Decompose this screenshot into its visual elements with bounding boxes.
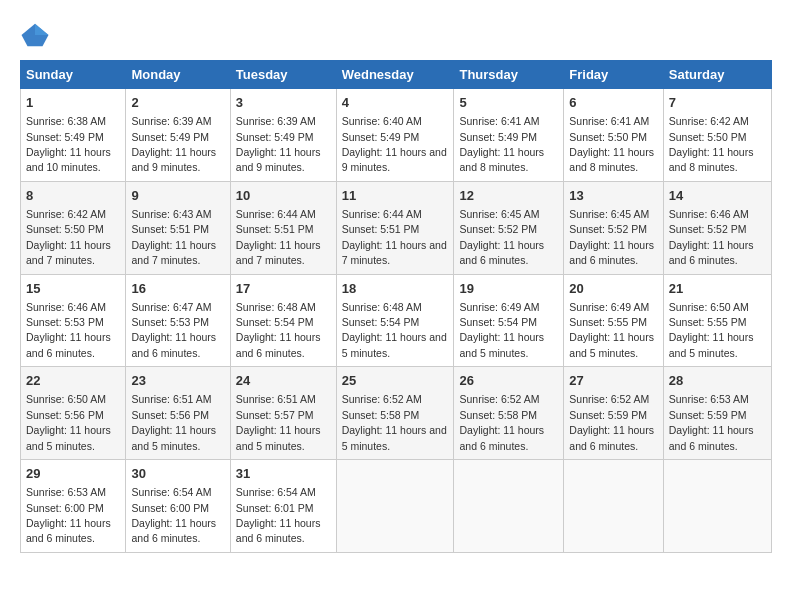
header-thursday: Thursday bbox=[454, 61, 564, 89]
calendar-cell: 2 Sunrise: 6:39 AMSunset: 5:49 PMDayligh… bbox=[126, 89, 230, 182]
day-number: 12 bbox=[459, 187, 558, 205]
calendar-cell: 18 Sunrise: 6:48 AMSunset: 5:54 PMDaylig… bbox=[336, 274, 454, 367]
calendar-cell: 9 Sunrise: 6:43 AMSunset: 5:51 PMDayligh… bbox=[126, 181, 230, 274]
calendar-table: SundayMondayTuesdayWednesdayThursdayFrid… bbox=[20, 60, 772, 553]
day-info: Sunrise: 6:53 AMSunset: 6:00 PMDaylight:… bbox=[26, 486, 111, 544]
calendar-cell: 10 Sunrise: 6:44 AMSunset: 5:51 PMDaylig… bbox=[230, 181, 336, 274]
header-tuesday: Tuesday bbox=[230, 61, 336, 89]
day-info: Sunrise: 6:46 AMSunset: 5:52 PMDaylight:… bbox=[669, 208, 754, 266]
day-info: Sunrise: 6:39 AMSunset: 5:49 PMDaylight:… bbox=[131, 115, 216, 173]
day-info: Sunrise: 6:52 AMSunset: 5:59 PMDaylight:… bbox=[569, 393, 654, 451]
day-number: 4 bbox=[342, 94, 449, 112]
week-row-2: 8 Sunrise: 6:42 AMSunset: 5:50 PMDayligh… bbox=[21, 181, 772, 274]
day-info: Sunrise: 6:46 AMSunset: 5:53 PMDaylight:… bbox=[26, 301, 111, 359]
day-info: Sunrise: 6:54 AMSunset: 6:00 PMDaylight:… bbox=[131, 486, 216, 544]
day-number: 29 bbox=[26, 465, 120, 483]
calendar-cell: 16 Sunrise: 6:47 AMSunset: 5:53 PMDaylig… bbox=[126, 274, 230, 367]
week-row-1: 1 Sunrise: 6:38 AMSunset: 5:49 PMDayligh… bbox=[21, 89, 772, 182]
day-info: Sunrise: 6:40 AMSunset: 5:49 PMDaylight:… bbox=[342, 115, 447, 173]
calendar-cell: 29 Sunrise: 6:53 AMSunset: 6:00 PMDaylig… bbox=[21, 460, 126, 553]
calendar-cell: 30 Sunrise: 6:54 AMSunset: 6:00 PMDaylig… bbox=[126, 460, 230, 553]
calendar-cell: 6 Sunrise: 6:41 AMSunset: 5:50 PMDayligh… bbox=[564, 89, 663, 182]
day-number: 2 bbox=[131, 94, 224, 112]
day-info: Sunrise: 6:44 AMSunset: 5:51 PMDaylight:… bbox=[342, 208, 447, 266]
calendar-cell: 15 Sunrise: 6:46 AMSunset: 5:53 PMDaylig… bbox=[21, 274, 126, 367]
calendar-cell bbox=[564, 460, 663, 553]
day-number: 27 bbox=[569, 372, 657, 390]
calendar-cell bbox=[336, 460, 454, 553]
calendar-cell: 22 Sunrise: 6:50 AMSunset: 5:56 PMDaylig… bbox=[21, 367, 126, 460]
header-row: SundayMondayTuesdayWednesdayThursdayFrid… bbox=[21, 61, 772, 89]
day-info: Sunrise: 6:49 AMSunset: 5:55 PMDaylight:… bbox=[569, 301, 654, 359]
calendar-cell: 20 Sunrise: 6:49 AMSunset: 5:55 PMDaylig… bbox=[564, 274, 663, 367]
day-info: Sunrise: 6:41 AMSunset: 5:50 PMDaylight:… bbox=[569, 115, 654, 173]
calendar-cell: 24 Sunrise: 6:51 AMSunset: 5:57 PMDaylig… bbox=[230, 367, 336, 460]
day-info: Sunrise: 6:41 AMSunset: 5:49 PMDaylight:… bbox=[459, 115, 544, 173]
day-number: 23 bbox=[131, 372, 224, 390]
day-info: Sunrise: 6:44 AMSunset: 5:51 PMDaylight:… bbox=[236, 208, 321, 266]
day-number: 7 bbox=[669, 94, 766, 112]
day-number: 5 bbox=[459, 94, 558, 112]
week-row-5: 29 Sunrise: 6:53 AMSunset: 6:00 PMDaylig… bbox=[21, 460, 772, 553]
calendar-cell: 3 Sunrise: 6:39 AMSunset: 5:49 PMDayligh… bbox=[230, 89, 336, 182]
day-number: 1 bbox=[26, 94, 120, 112]
day-number: 25 bbox=[342, 372, 449, 390]
day-number: 13 bbox=[569, 187, 657, 205]
day-info: Sunrise: 6:39 AMSunset: 5:49 PMDaylight:… bbox=[236, 115, 321, 173]
day-number: 11 bbox=[342, 187, 449, 205]
day-number: 26 bbox=[459, 372, 558, 390]
day-info: Sunrise: 6:54 AMSunset: 6:01 PMDaylight:… bbox=[236, 486, 321, 544]
day-number: 24 bbox=[236, 372, 331, 390]
day-number: 10 bbox=[236, 187, 331, 205]
calendar-cell: 11 Sunrise: 6:44 AMSunset: 5:51 PMDaylig… bbox=[336, 181, 454, 274]
calendar-cell: 19 Sunrise: 6:49 AMSunset: 5:54 PMDaylig… bbox=[454, 274, 564, 367]
day-number: 16 bbox=[131, 280, 224, 298]
day-number: 14 bbox=[669, 187, 766, 205]
header-saturday: Saturday bbox=[663, 61, 771, 89]
day-info: Sunrise: 6:50 AMSunset: 5:55 PMDaylight:… bbox=[669, 301, 754, 359]
day-info: Sunrise: 6:52 AMSunset: 5:58 PMDaylight:… bbox=[342, 393, 447, 451]
header-monday: Monday bbox=[126, 61, 230, 89]
day-number: 3 bbox=[236, 94, 331, 112]
day-info: Sunrise: 6:53 AMSunset: 5:59 PMDaylight:… bbox=[669, 393, 754, 451]
calendar-cell: 1 Sunrise: 6:38 AMSunset: 5:49 PMDayligh… bbox=[21, 89, 126, 182]
calendar-cell: 4 Sunrise: 6:40 AMSunset: 5:49 PMDayligh… bbox=[336, 89, 454, 182]
day-info: Sunrise: 6:51 AMSunset: 5:57 PMDaylight:… bbox=[236, 393, 321, 451]
day-number: 18 bbox=[342, 280, 449, 298]
logo-icon bbox=[20, 20, 50, 50]
week-row-4: 22 Sunrise: 6:50 AMSunset: 5:56 PMDaylig… bbox=[21, 367, 772, 460]
svg-marker-1 bbox=[35, 24, 49, 35]
day-number: 6 bbox=[569, 94, 657, 112]
calendar-cell: 17 Sunrise: 6:48 AMSunset: 5:54 PMDaylig… bbox=[230, 274, 336, 367]
day-number: 21 bbox=[669, 280, 766, 298]
day-info: Sunrise: 6:48 AMSunset: 5:54 PMDaylight:… bbox=[342, 301, 447, 359]
day-number: 30 bbox=[131, 465, 224, 483]
calendar-cell: 26 Sunrise: 6:52 AMSunset: 5:58 PMDaylig… bbox=[454, 367, 564, 460]
day-info: Sunrise: 6:45 AMSunset: 5:52 PMDaylight:… bbox=[569, 208, 654, 266]
header-wednesday: Wednesday bbox=[336, 61, 454, 89]
day-info: Sunrise: 6:48 AMSunset: 5:54 PMDaylight:… bbox=[236, 301, 321, 359]
day-info: Sunrise: 6:49 AMSunset: 5:54 PMDaylight:… bbox=[459, 301, 544, 359]
calendar-cell bbox=[454, 460, 564, 553]
day-info: Sunrise: 6:43 AMSunset: 5:51 PMDaylight:… bbox=[131, 208, 216, 266]
calendar-cell: 23 Sunrise: 6:51 AMSunset: 5:56 PMDaylig… bbox=[126, 367, 230, 460]
day-number: 20 bbox=[569, 280, 657, 298]
calendar-cell: 5 Sunrise: 6:41 AMSunset: 5:49 PMDayligh… bbox=[454, 89, 564, 182]
header-friday: Friday bbox=[564, 61, 663, 89]
calendar-cell: 13 Sunrise: 6:45 AMSunset: 5:52 PMDaylig… bbox=[564, 181, 663, 274]
week-row-3: 15 Sunrise: 6:46 AMSunset: 5:53 PMDaylig… bbox=[21, 274, 772, 367]
calendar-cell: 7 Sunrise: 6:42 AMSunset: 5:50 PMDayligh… bbox=[663, 89, 771, 182]
calendar-cell: 28 Sunrise: 6:53 AMSunset: 5:59 PMDaylig… bbox=[663, 367, 771, 460]
day-number: 9 bbox=[131, 187, 224, 205]
day-info: Sunrise: 6:47 AMSunset: 5:53 PMDaylight:… bbox=[131, 301, 216, 359]
day-number: 31 bbox=[236, 465, 331, 483]
calendar-cell: 12 Sunrise: 6:45 AMSunset: 5:52 PMDaylig… bbox=[454, 181, 564, 274]
calendar-cell bbox=[663, 460, 771, 553]
day-info: Sunrise: 6:42 AMSunset: 5:50 PMDaylight:… bbox=[669, 115, 754, 173]
calendar-cell: 8 Sunrise: 6:42 AMSunset: 5:50 PMDayligh… bbox=[21, 181, 126, 274]
day-info: Sunrise: 6:38 AMSunset: 5:49 PMDaylight:… bbox=[26, 115, 111, 173]
day-info: Sunrise: 6:51 AMSunset: 5:56 PMDaylight:… bbox=[131, 393, 216, 451]
header-sunday: Sunday bbox=[21, 61, 126, 89]
day-number: 8 bbox=[26, 187, 120, 205]
day-info: Sunrise: 6:45 AMSunset: 5:52 PMDaylight:… bbox=[459, 208, 544, 266]
